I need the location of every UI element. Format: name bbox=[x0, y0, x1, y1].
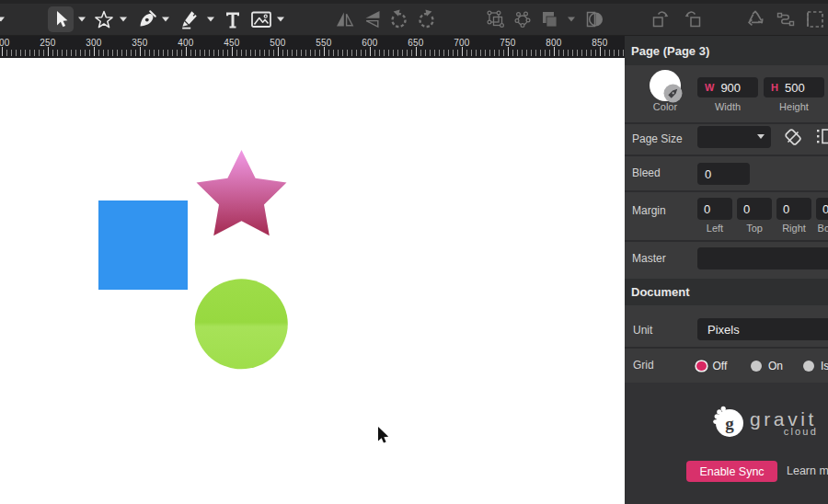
rotate-cw-button[interactable] bbox=[415, 8, 437, 30]
ruler-minor-tick bbox=[365, 50, 366, 56]
ruler-minor-tick bbox=[144, 50, 145, 56]
ruler-major-tick bbox=[324, 47, 325, 56]
ruler-minor-tick bbox=[443, 50, 444, 56]
arrange-caret[interactable] bbox=[568, 17, 575, 22]
ruler-minor-tick bbox=[287, 50, 288, 56]
ruler-minor-tick bbox=[517, 50, 518, 56]
bleed-input[interactable]: 0 bbox=[697, 163, 750, 185]
rotate-ccw-icon bbox=[388, 8, 410, 30]
ruler-minor-tick bbox=[439, 50, 440, 56]
connector-button[interactable] bbox=[775, 8, 797, 30]
grid-option-on[interactable]: On bbox=[751, 360, 783, 372]
color-label: Color bbox=[653, 101, 677, 112]
flip-horizontal-icon bbox=[334, 8, 356, 30]
flip-horizontal-button[interactable] bbox=[334, 8, 356, 30]
select-tool-button[interactable] bbox=[48, 6, 74, 32]
ruler-minor-tick bbox=[85, 50, 86, 56]
ruler-major-tick bbox=[600, 47, 601, 56]
knife-icon bbox=[179, 8, 201, 30]
ruler-minor-tick bbox=[273, 50, 274, 56]
properties-panel: Page (Page 3) Color W 900 Width H 500 bbox=[625, 36, 828, 504]
ruler-minor-tick bbox=[618, 50, 619, 56]
image-tool-button[interactable] bbox=[249, 8, 273, 30]
canvas[interactable] bbox=[0, 58, 625, 504]
flip-vertical-button[interactable] bbox=[362, 8, 384, 30]
ruler-minor-tick bbox=[103, 50, 104, 56]
ruler-minor-tick bbox=[333, 50, 334, 56]
ruler-minor-tick bbox=[301, 50, 302, 56]
page-size-dropdown[interactable] bbox=[697, 126, 771, 148]
ruler-minor-tick bbox=[499, 50, 500, 56]
ruler-minor-tick bbox=[577, 50, 578, 56]
ruler-label: 300 bbox=[86, 38, 101, 48]
mask-button[interactable] bbox=[583, 8, 605, 30]
ruler-minor-tick bbox=[342, 50, 343, 56]
text-tool-button[interactable] bbox=[222, 8, 244, 30]
margin-left-input[interactable]: 0 bbox=[697, 198, 732, 220]
ruler-label: 500 bbox=[270, 38, 285, 48]
select-area-button[interactable] bbox=[804, 8, 826, 30]
ruler-minor-tick bbox=[16, 50, 17, 56]
ruler-label: 600 bbox=[362, 38, 377, 48]
star-tool-button[interactable] bbox=[93, 8, 115, 30]
ruler-minor-tick bbox=[154, 50, 155, 56]
margin-right-input[interactable]: 0 bbox=[776, 198, 811, 220]
ruler-minor-tick bbox=[558, 50, 559, 56]
margin-bottom-input[interactable]: 0 bbox=[816, 198, 828, 220]
ruler-minor-tick bbox=[568, 50, 569, 56]
group-icon bbox=[485, 8, 507, 30]
pen-tool-button[interactable] bbox=[136, 8, 158, 30]
symbol-reuse-button[interactable] bbox=[744, 8, 766, 30]
margin-top-input[interactable]: 0 bbox=[737, 198, 772, 220]
grid-option-isometric[interactable]: Isometric bbox=[803, 360, 828, 372]
ruler-major-tick bbox=[140, 47, 141, 56]
margin-right-value: 0 bbox=[783, 202, 789, 216]
rotate-ccw-button[interactable] bbox=[388, 8, 410, 30]
ruler-minor-tick bbox=[595, 50, 596, 56]
ruler-major-tick bbox=[554, 47, 555, 56]
page-color-swatch[interactable] bbox=[646, 69, 684, 106]
gravit-designer-app: 2002503003504004505005506006507007508008… bbox=[0, 0, 828, 504]
ruler-minor-tick bbox=[246, 50, 247, 56]
margin-top-value: 0 bbox=[743, 202, 750, 216]
unit-dropdown[interactable]: Pixels bbox=[697, 318, 828, 340]
learn-more-link[interactable]: Learn more bbox=[787, 464, 828, 477]
svg-text:g: g bbox=[725, 414, 734, 433]
group-button[interactable] bbox=[485, 8, 507, 30]
arrange-button[interactable] bbox=[538, 8, 560, 30]
orientation-button[interactable] bbox=[782, 126, 804, 148]
master-dropdown[interactable] bbox=[697, 247, 828, 269]
document-section-header: Document bbox=[625, 279, 828, 305]
bring-forward-button[interactable] bbox=[650, 8, 672, 30]
page-width-input[interactable]: W 900 bbox=[697, 77, 758, 97]
grid-option-off[interactable]: Off bbox=[696, 360, 727, 372]
star-tool-caret[interactable] bbox=[120, 17, 127, 22]
ruler-minor-tick bbox=[338, 50, 339, 56]
select-tool-caret[interactable] bbox=[78, 17, 86, 22]
ruler-minor-tick bbox=[117, 50, 118, 56]
image-tool-caret[interactable] bbox=[277, 17, 284, 22]
margin-bottom-value: 0 bbox=[822, 202, 828, 216]
height-label: Height bbox=[779, 101, 809, 112]
ruler-major-tick bbox=[48, 47, 49, 56]
ruler-minor-tick bbox=[407, 50, 408, 56]
ungroup-button[interactable] bbox=[512, 8, 534, 30]
ruler-minor-tick bbox=[163, 50, 164, 56]
ruler-minor-tick bbox=[43, 50, 44, 56]
enable-sync-button[interactable]: Enable Sync bbox=[686, 461, 777, 482]
ruler-minor-tick bbox=[282, 50, 283, 56]
pen-tool-caret[interactable] bbox=[162, 17, 169, 22]
margin-left-value: 0 bbox=[704, 202, 710, 216]
ruler-label: 200 bbox=[0, 38, 10, 48]
send-backward-button[interactable] bbox=[682, 8, 704, 30]
radio-off-icon bbox=[696, 361, 707, 372]
page-height-input[interactable]: H 500 bbox=[764, 77, 824, 97]
ruler-minor-tick bbox=[20, 50, 21, 56]
pages-list-button[interactable] bbox=[815, 126, 828, 148]
width-value: 900 bbox=[720, 81, 741, 95]
knife-tool-caret[interactable] bbox=[207, 17, 214, 22]
knife-tool-button[interactable] bbox=[179, 8, 201, 30]
ruler-minor-tick bbox=[379, 50, 380, 56]
ruler-minor-tick bbox=[11, 50, 12, 56]
overflow-tool-caret-icon[interactable] bbox=[0, 17, 5, 22]
